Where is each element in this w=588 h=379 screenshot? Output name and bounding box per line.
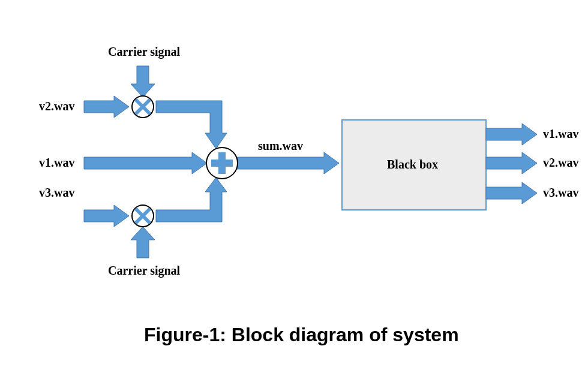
arrow-carrier-top (131, 66, 155, 97)
diagram-canvas: Carrier signal v2.wav v1.wav v3.wav Carr… (0, 0, 588, 379)
svg-marker-4 (131, 227, 155, 258)
label-black-box: Black box (387, 158, 438, 172)
svg-marker-0 (84, 96, 129, 118)
label-sum: sum.wav (258, 139, 303, 153)
svg-marker-5 (156, 101, 227, 149)
multiplier-bottom (132, 205, 154, 227)
arrow-v2-to-mult (84, 96, 129, 118)
arrow-carrier-bottom (131, 227, 155, 258)
figure-caption: Figure-1: Block diagram of system (144, 324, 459, 346)
svg-marker-3 (84, 205, 129, 227)
arrow-multtop-to-sum (156, 101, 227, 149)
svg-marker-8 (486, 124, 537, 145)
arrow-sum-to-box (237, 152, 339, 174)
label-carrier-top: Carrier signal (108, 45, 180, 59)
label-in-v3: v3.wav (39, 186, 74, 200)
label-in-v1: v1.wav (39, 156, 74, 170)
arrow-multbot-to-sum (156, 178, 227, 222)
label-carrier-bottom: Carrier signal (108, 264, 180, 278)
svg-marker-9 (486, 152, 537, 174)
label-out-v3: v3.wav (543, 186, 578, 200)
svg-marker-2 (84, 152, 207, 174)
arrow-v3-to-mult (84, 205, 129, 227)
arrow-v1-to-sum (84, 152, 207, 174)
label-out-v2: v2.wav (543, 156, 578, 170)
arrow-out-v1 (486, 124, 537, 145)
svg-marker-1 (131, 66, 155, 97)
svg-marker-7 (237, 152, 339, 174)
multiplier-top (132, 96, 154, 118)
svg-marker-6 (156, 178, 227, 222)
label-out-v1: v1.wav (543, 127, 578, 141)
arrow-out-v3 (486, 182, 537, 204)
diagram-svg (0, 0, 588, 379)
arrow-out-v2 (486, 152, 537, 174)
label-in-v2: v2.wav (39, 100, 74, 113)
summer-node (206, 148, 238, 179)
svg-marker-10 (486, 182, 537, 204)
svg-rect-19 (211, 160, 233, 167)
